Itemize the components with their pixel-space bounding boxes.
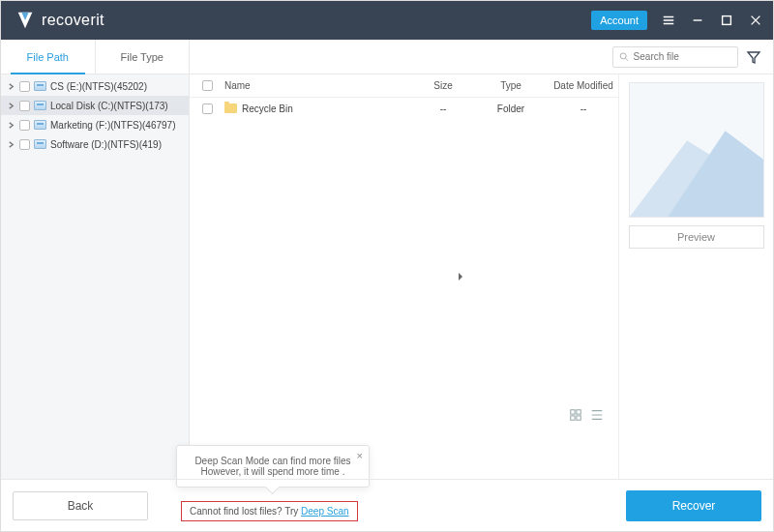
minimize-icon[interactable] [690,13,705,28]
checkbox[interactable] [19,139,30,150]
search-input[interactable] [634,51,731,62]
preview-thumbnail [629,82,764,218]
drive-icon [34,120,46,130]
filter-icon[interactable] [746,49,761,65]
tab-label: File Type [121,51,164,63]
sidebar: CS (E:)(NTFS)(45202) Local Disk (C:)(NTF… [1,74,190,479]
drive-icon [34,101,46,110]
list-view-icon[interactable] [589,407,605,423]
tab-file-type[interactable]: File Type [96,40,191,74]
account-button[interactable]: Account [591,11,647,30]
tab-label: File Path [27,51,69,63]
checkbox[interactable] [19,81,30,92]
tree-item[interactable]: Software (D:)(NTFS)(419) [1,134,189,154]
preview-panel: Preview [618,74,773,479]
tree-label: CS (E:)(NTFS)(45202) [50,81,147,92]
checkbox[interactable] [19,101,30,111]
svg-point-1 [620,53,626,59]
file-list: Name Size Type Date Modified Recycle Bin… [190,74,618,479]
svg-rect-2 [571,410,575,414]
list-header: Name Size Type Date Modified [190,74,618,98]
svg-rect-5 [577,416,580,420]
tree-label: Software (D:)(NTFS)(419) [50,139,162,150]
file-size: -- [405,103,473,114]
tooltip-line2: However, it will spend more time . [191,466,355,477]
deep-scan-callout: Cannot find lost files? Try Deep Scan [181,501,358,521]
app-logo: recoverit [15,10,104,31]
deep-scan-link[interactable]: Deep Scan [301,506,348,517]
toolbar: File Path File Type [1,40,773,74]
menu-icon[interactable] [661,13,676,28]
recover-button[interactable]: Recover [626,490,761,521]
tree-item[interactable]: CS (E:)(NTFS)(45202) [1,76,189,96]
chevron-right-icon[interactable] [7,82,15,91]
logo-icon [15,10,36,31]
tooltip-line1: Deep Scan Mode can find more files [191,456,355,466]
tooltip-close-icon[interactable]: × [357,450,363,461]
grid-view-icon[interactable] [568,407,583,423]
search-box[interactable] [612,46,738,68]
svg-rect-4 [571,416,575,420]
drive-icon [34,139,46,149]
svg-rect-3 [577,410,580,414]
file-type: Folder [473,103,541,114]
tree-item[interactable]: Marketing (F:)(NTFS)(46797) [1,115,189,134]
folder-icon [224,103,237,113]
file-name: Recycle Bin [242,103,293,114]
col-name[interactable]: Name [217,80,405,91]
back-button[interactable]: Back [13,491,148,520]
maximize-icon[interactable] [719,13,734,28]
chevron-right-icon[interactable] [7,121,15,130]
chevron-right-icon[interactable] [7,102,15,110]
svg-rect-0 [723,16,731,25]
select-all-checkbox[interactable] [202,80,213,91]
footer: Back Cannot find lost files? Try Deep Sc… [1,479,773,531]
tree-label: Marketing (F:)(NTFS)(46797) [50,120,175,131]
col-date[interactable]: Date Modified [541,80,618,91]
file-row[interactable]: Recycle Bin -- Folder -- [190,98,618,119]
col-size[interactable]: Size [405,80,473,91]
app-name: recoverit [42,12,104,29]
drive-icon [34,81,46,91]
tree-label: Local Disk (C:)(NTFS)(173) [50,101,168,111]
tab-file-path[interactable]: File Path [1,40,96,74]
deep-scan-prefix: Cannot find lost files? Try [190,506,301,517]
close-icon[interactable] [748,13,763,28]
preview-button[interactable]: Preview [629,225,764,249]
checkbox[interactable] [19,120,30,131]
titlebar: recoverit Account [1,1,773,40]
preview-collapse-handle[interactable] [458,268,463,285]
col-type[interactable]: Type [473,80,541,91]
file-date: -- [541,103,618,114]
row-checkbox[interactable] [202,103,213,114]
chevron-right-icon[interactable] [7,140,15,149]
search-icon [619,51,629,62]
tree-item[interactable]: Local Disk (C:)(NTFS)(173) [1,96,189,115]
